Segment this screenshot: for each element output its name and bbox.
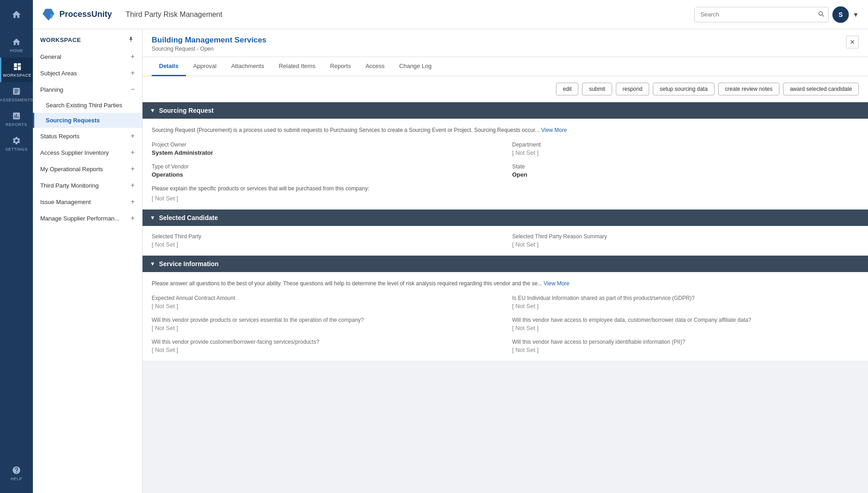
edit-button[interactable]: edit [556,83,578,95]
essential-operation-label: Will this vendor provide products or ser… [152,317,498,323]
selected-candidate-chevron: ▼ [150,215,155,221]
sidebar-sourcing-requests-label: Sourcing Requests [46,117,100,124]
field-essential-operation: Will this vendor provide products or ser… [152,317,498,331]
submit-button[interactable]: submit [582,83,612,95]
tab-reports[interactable]: Reports [323,57,358,76]
award-selected-candidate-button[interactable]: award selected candidate [783,83,859,95]
selected-candidate-fields: Selected Third Party [ Not Set ] Selecte… [152,233,859,248]
user-avatar[interactable]: S [832,6,849,23]
sidebar-manage-supplier-label: Manage Supplier Performan... [40,215,119,222]
panel-title: Building Management Services [152,36,266,45]
state-label: State [512,163,859,170]
sidebar-planning-label: Planning [40,86,64,93]
sidebar-item-third-party-monitoring[interactable]: Third Party Monitoring + [33,177,142,194]
sidebar-header: WORKSPACE 🖈 [33,29,142,48]
planning-collapse-icon: − [131,85,135,94]
search-icon [817,10,825,17]
essential-operation-value: [ Not Set ] [152,325,498,331]
service-info-view-more[interactable]: View More [544,280,569,287]
access-supplier-expand-icon: + [131,148,135,157]
field-products-services: Please explain the specific products or … [152,185,859,202]
setup-sourcing-data-button[interactable]: setup sourcing data [653,83,715,95]
search-button[interactable] [814,7,828,22]
tab-related-items[interactable]: Related Items [271,57,323,76]
selected-candidate-title: Selected Candidate [159,214,218,221]
sidebar-pin-button[interactable]: 🖈 [127,36,135,44]
sidebar-item-status-reports[interactable]: Status Reports + [33,128,142,144]
tab-details[interactable]: Details [152,57,186,76]
project-owner-value: System Administrator [152,149,498,156]
top-bar: ProcessUnity Third Party Risk Management… [0,0,868,29]
third-party-monitoring-expand-icon: + [131,181,135,189]
sourcing-request-title: Sourcing Request [159,107,214,114]
sidebar-item-access-supplier[interactable]: Access Supplier Inventory + [33,144,142,161]
sidebar-third-party-monitoring-label: Third Party Monitoring [40,182,99,189]
nav-workspace-label: WORKSPACE [3,73,31,78]
sidebar-item-my-operational[interactable]: My Operational Reports + [33,161,142,177]
sidebar-item-general[interactable]: General + [33,48,142,65]
sourcing-request-section-header[interactable]: ▼ Sourcing Request [143,102,868,119]
nav-reports-label: REPORTS [6,122,27,127]
tab-attachments[interactable]: Attachments [224,57,271,76]
nav-help[interactable]: HELP [0,461,33,486]
state-value: Open [512,171,859,178]
selected-reason-value: [ Not Set ] [512,241,859,248]
sidebar-issue-management-label: Issue Management [40,199,91,205]
nav-help-label: HELP [11,477,22,481]
pii-value: [ Not Set ] [512,346,859,353]
home-icon [11,10,21,20]
general-expand-icon: + [131,52,135,61]
tab-access[interactable]: Access [358,57,392,76]
icon-nav: HOME WORKSPACE ASSESSMENTS REPORTS SETTI… [0,29,33,493]
selected-third-party-value: [ Not Set ] [152,241,498,248]
type-vendor-value: Operations [152,171,498,178]
action-bar: edit submit respond setup sourcing data … [143,76,868,102]
sidebar-item-subject-areas[interactable]: Subject Areas + [33,65,142,81]
tab-approval[interactable]: Approval [186,57,224,76]
sidebar-item-planning[interactable]: Planning − [33,81,142,98]
service-info-section-header[interactable]: ▼ Service Information [143,256,868,272]
sidebar-item-manage-supplier[interactable]: Manage Supplier Performan... + [33,210,142,226]
service-info-title: Service Information [159,260,219,267]
sidebar: WORKSPACE 🖈 General + Subject Areas + Pl… [33,29,143,493]
field-project-owner: Project Owner System Administrator [152,142,498,156]
sidebar-item-sourcing-requests[interactable]: Sourcing Requests [33,113,142,128]
user-menu-chevron[interactable]: ▼ [852,11,859,18]
selected-candidate-section-header[interactable]: ▼ Selected Candidate [143,210,868,226]
respond-button[interactable]: respond [616,83,649,95]
search-box [694,7,829,22]
subject-areas-expand-icon: + [131,69,135,77]
nav-home[interactable]: HOME [0,33,33,58]
sidebar-access-supplier-label: Access Supplier Inventory [40,149,109,156]
sidebar-general-label: General [40,53,61,60]
panel-title-area: Building Management Services Sourcing Re… [152,36,266,52]
nav-workspace[interactable]: WORKSPACE [0,58,33,82]
panel-close-button[interactable]: ✕ [846,36,859,48]
nav-reports[interactable]: REPORTS [0,107,33,131]
sidebar-item-search-existing[interactable]: Search Existing Third Parties [33,98,142,113]
tab-change-log[interactable]: Change Log [392,57,439,76]
project-owner-label: Project Owner [152,142,498,148]
main-content: Building Management Services Sourcing Re… [143,29,868,493]
sourcing-request-view-more[interactable]: View More [541,127,566,133]
annual-contract-value: [ Not Set ] [152,303,498,309]
sourcing-request-fields: Project Owner System Administrator Depar… [152,142,859,202]
sourcing-request-body: Sourcing Request (Procurement) is a proc… [143,119,868,210]
annual-contract-label: Expected Annual Contract Amount [152,295,498,301]
department-label: Department [512,142,859,148]
field-annual-contract: Expected Annual Contract Amount [ Not Se… [152,295,498,309]
nav-assessments[interactable]: ASSESSMENTS [0,82,33,107]
eu-gdpr-label: Is EU Individual Information shared as p… [512,295,859,301]
sidebar-item-issue-management[interactable]: Issue Management + [33,194,142,210]
customer-facing-label: Will this vendor provide customer/borrow… [152,339,498,345]
create-review-notes-button[interactable]: create review notes [718,83,779,95]
sidebar-subject-areas-label: Subject Areas [40,70,77,77]
sidebar-my-operational-label: My Operational Reports [40,166,103,173]
app-title: Third Party Risk Management [126,10,222,19]
panel-subtitle: Sourcing Request - Open [152,46,266,52]
sidebar-title: WORKSPACE [40,37,81,43]
search-input[interactable] [695,7,814,21]
eu-gdpr-value: [ Not Set ] [512,303,859,309]
assessments-nav-icon [12,87,21,96]
nav-settings[interactable]: SETTINGS [0,131,33,156]
